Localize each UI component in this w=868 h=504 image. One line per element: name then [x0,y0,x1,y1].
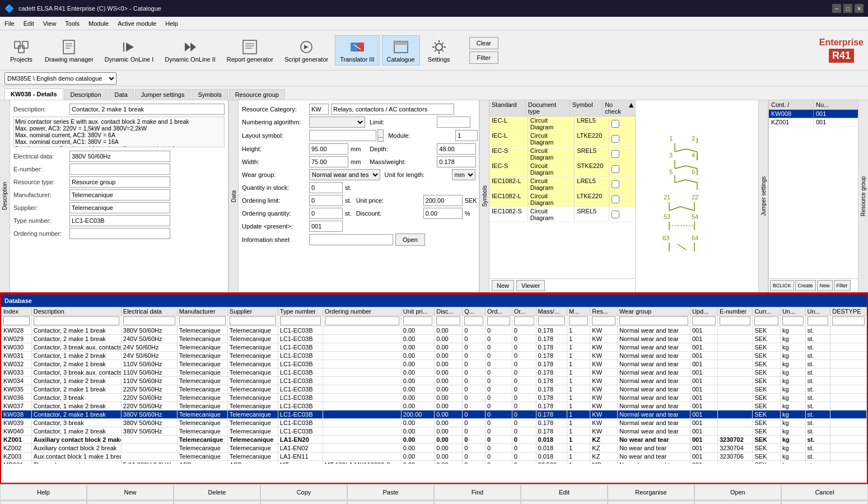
symbol-row-6[interactable]: IEC1082-L Circuit Diagram LTKE220 [489,192,635,207]
table-row[interactable]: KW040Contactor, 1 make 2 break380V 50/60… [2,427,867,436]
new-kw-button[interactable]: New [817,280,833,291]
th-wear[interactable]: Wear group [617,307,690,316]
unit-price-input[interactable] [423,195,463,206]
filter-enum[interactable] [720,316,750,325]
symbol-row-3-check[interactable] [612,150,619,158]
module-input[interactable] [455,130,478,141]
resource-category-input[interactable] [309,104,329,115]
discount-input[interactable] [423,208,463,219]
th-type[interactable]: Type number [278,307,323,316]
table-row[interactable]: MD001Three-phase motor5,2A 380V 2,2kWABB… [2,461,867,464]
filter-res[interactable] [592,316,615,325]
th-ordl[interactable]: Ord... [485,307,512,316]
type-number-input[interactable] [69,215,170,226]
th-ord[interactable]: Ordering number [323,307,401,316]
menu-active-module[interactable]: Active module [113,19,161,28]
symbol-row-7[interactable]: IEC1082-S Circuit Diagram SREL5 [489,207,635,222]
filter-desc[interactable] [34,316,119,325]
symbol-row-3[interactable]: IEC-S Circuit Diagram SREL5 [489,147,635,162]
filter-curr[interactable] [754,316,778,325]
qty-stock-input[interactable] [309,182,343,193]
table-row[interactable]: KZ002Auxiliary contact block 2 breakTele… [2,444,867,452]
toolbar-report-generator[interactable]: Report generator [222,36,278,65]
toolbar-dynamic-online1[interactable]: Dynamic OnLine I [100,36,158,65]
edit-button[interactable]: Edit [521,484,608,500]
filter-mass[interactable] [538,316,566,325]
mass-input[interactable] [437,156,476,167]
symbol-row-5[interactable]: IEC1082-L Circuit Diagram LREL5 [489,177,635,192]
description-textarea[interactable]: Mini contactor series E with aux. contac… [13,116,225,147]
tab-symbols[interactable]: Symbols [192,89,227,100]
maximize-button[interactable]: □ [843,4,852,13]
th-desc[interactable]: Description [31,307,121,316]
filter-sup[interactable] [230,316,276,325]
table-row[interactable]: KW034Contactor, 1 make 2 break110V 50/60… [2,377,867,385]
table-row[interactable]: KZ001Auxiliary contact block 2 makeTelem… [2,436,867,444]
th-mfr[interactable]: Manufacturer [177,307,227,316]
th-un1[interactable]: Un... [780,307,805,316]
table-row[interactable]: KW031Contactor, 1 make 2 break24V 50/60H… [2,352,867,360]
close-button[interactable]: ✕ [855,4,864,13]
tab-jumper-settings[interactable]: Jumper settings [135,89,191,100]
filter-db-button[interactable]: Filter [260,501,347,504]
menu-module[interactable]: Module [84,19,113,28]
table-row[interactable]: KW035Contactor, 2 make 1 break220V 50/60… [2,385,867,394]
open-db-button[interactable]: Open [694,484,781,500]
th-mass[interactable]: Mass/... [536,307,567,316]
filter-des[interactable] [832,316,865,325]
table-row[interactable]: KW038Contactor, 2 make 1 break380V 50/60… [2,410,867,419]
symbol-row-4[interactable]: IEC-S Circuit Diagram STKE220 [489,162,635,177]
database-table-container[interactable]: Index Description Electrical data Manufa… [1,307,867,464]
table-row[interactable]: KZ003Aux.contact block 1 make 1 breakTel… [2,452,867,461]
symbol-row-5-check[interactable] [612,180,619,188]
minimize-button[interactable]: ─ [832,4,841,13]
unit-length-select[interactable]: mm [452,169,475,180]
resource-type-input[interactable] [69,176,170,188]
filter-upd[interactable] [692,316,716,325]
delete-button[interactable]: Delete [174,484,260,500]
layout-symbol-browse-button[interactable]: ... [377,129,384,142]
copy-button[interactable]: Copy [260,484,347,500]
ordering-limit-input[interactable] [309,195,343,206]
reorganise-button[interactable]: Reorganise [608,484,694,500]
layout-symbol-input[interactable] [309,130,376,141]
info-sheet-input[interactable] [309,234,393,245]
th-sup[interactable]: Supplier [227,307,278,316]
kw-row-1[interactable]: KW008 001 [769,110,858,118]
table-row[interactable]: KW037Contactor, 1 make 2 break220V 50/60… [2,402,867,410]
symbol-row-2-check[interactable] [612,135,619,143]
cancel-button[interactable]: Cancel [781,484,868,500]
toolbar-script-generator[interactable]: Script generator [280,36,333,65]
filter-elec[interactable] [123,316,175,325]
resource-category-desc-input[interactable] [331,104,454,115]
menu-edit[interactable]: Edit [19,19,39,28]
new-symbol-button[interactable]: New [492,280,514,291]
clear-button[interactable]: Clear [469,37,498,49]
tab-kw038-details[interactable]: KW038 - Details [4,88,63,100]
filter-type[interactable] [280,316,321,325]
ordering-qty-input[interactable] [309,208,343,219]
th-elec[interactable]: Electrical data [121,307,177,316]
open-button[interactable]: Open [395,234,425,246]
filter-kw-button[interactable]: Filter [834,280,851,291]
supplier-input[interactable] [69,202,170,213]
table-row[interactable]: KW028Contactor, 2 make 1 break380V 50/60… [2,326,867,335]
filter-disc[interactable] [436,316,460,325]
symbol-row-7-check[interactable] [612,211,619,218]
symbol-row-1[interactable]: IEC-L Circuit Diagram LREL5 [489,116,635,132]
filter-wear[interactable] [619,316,688,325]
th-des[interactable]: DESTYPE [830,307,867,316]
toolbar-projects[interactable]: Projects [4,36,38,65]
create-button[interactable]: Create [795,280,816,291]
filter-mfr[interactable] [179,316,226,325]
table-row[interactable]: KW036Contactor, 3 break220V 50/60HzTelem… [2,394,867,402]
th-disc[interactable]: Disc... [435,307,463,316]
paste-between-button[interactable]: Paste between [174,501,260,504]
filter-m[interactable] [569,316,588,325]
kw-row-2[interactable]: KZ001 001 [769,118,858,127]
ordering-number-input[interactable] [69,228,170,239]
toolbar-catalogue[interactable]: Catalogue [382,35,420,66]
th-q[interactable]: Q... [463,307,486,316]
toolbar-dynamic-online2[interactable]: Dynamic OnLine II [160,36,220,65]
paste-button[interactable]: Paste [347,484,434,500]
